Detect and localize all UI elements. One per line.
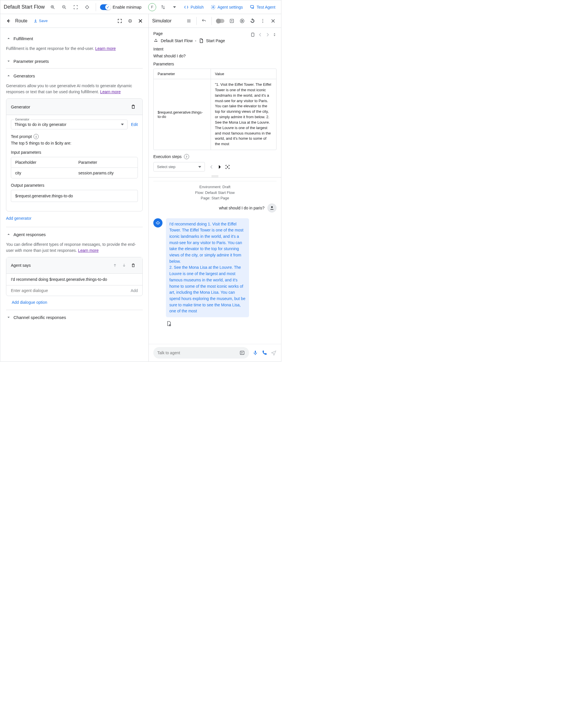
add-dialogue-option-link[interactable]: Add dialogue option: [6, 296, 143, 309]
resize-handle[interactable]: [149, 175, 281, 177]
channel-responses-toggle[interactable]: Channel specific responses: [6, 311, 143, 323]
save-button[interactable]: Save: [33, 19, 48, 23]
generators-toggle[interactable]: Generators: [6, 70, 143, 82]
next-page-icon[interactable]: [265, 32, 270, 37]
agent-settings-button[interactable]: Agent settings: [208, 3, 245, 11]
clipboard-icon[interactable]: [250, 32, 255, 37]
svg-rect-22: [252, 33, 254, 36]
breadcrumb-page[interactable]: Start Page: [206, 38, 225, 43]
collapse-section-icon[interactable]: [273, 32, 277, 37]
delete-response-icon[interactable]: [129, 261, 138, 270]
fullscreen-icon[interactable]: [115, 16, 125, 26]
divider: [96, 3, 96, 11]
back-icon[interactable]: [4, 16, 13, 26]
test-agent-button[interactable]: Test Agent: [248, 3, 278, 11]
move-up-icon[interactable]: [110, 261, 119, 270]
sim-params-table: Parameter $request.generative.things-to-…: [153, 69, 277, 150]
generator-edit-link[interactable]: Edit: [131, 122, 138, 127]
reset-icon[interactable]: [248, 16, 257, 26]
minimap-toggle[interactable]: ✓ Enable minimap: [100, 4, 141, 10]
svg-point-17: [263, 19, 264, 20]
text-prompt-value: The top 5 things to do in $city are:: [11, 141, 138, 146]
flow-icon: [153, 38, 159, 43]
breadcrumb-flow[interactable]: Default Start Flow: [161, 38, 193, 43]
parameter-header: Parameter: [75, 157, 138, 167]
agent-says-card: Agent says I'd recommend doing $request.…: [6, 257, 143, 296]
generator-select[interactable]: Generator Things to do in city generator: [11, 120, 128, 129]
svg-point-24: [271, 206, 273, 208]
phone-icon[interactable]: [261, 350, 267, 356]
generator-select-value: Things to do in city generator: [15, 122, 66, 127]
publish-button[interactable]: Publish: [182, 3, 206, 11]
agent-responses-toggle[interactable]: Agent responses: [6, 228, 143, 240]
channel-responses-title: Channel specific responses: [13, 315, 66, 320]
sim-intent-value: What should I do?: [153, 54, 277, 58]
agent-avatar-badge: F: [148, 3, 156, 11]
output-param-field[interactable]: $request.generative.things-to-do: [11, 190, 138, 202]
output-params-label: Output parameters: [11, 183, 138, 188]
chevron-down-icon: [121, 124, 124, 125]
submit-icon[interactable]: [239, 350, 245, 356]
svg-point-18: [263, 20, 264, 21]
original-response-icon[interactable]: i: [166, 321, 277, 327]
sim-toggle[interactable]: [216, 19, 224, 23]
prev-step-icon[interactable]: [209, 164, 214, 170]
agent-says-text[interactable]: I'd recommend doing $request.generative.…: [6, 274, 142, 285]
param-presets-title: Parameter presets: [13, 59, 49, 64]
generator-select-label: Generator: [14, 118, 31, 121]
play-icon[interactable]: [238, 16, 247, 26]
prev-page-icon[interactable]: [258, 32, 263, 37]
svg-point-19: [263, 22, 264, 23]
simulator-title: Simulator: [152, 18, 172, 24]
fit-screen-icon[interactable]: [71, 3, 80, 12]
undo-icon[interactable]: [199, 16, 209, 26]
fulfillment-learn-more-link[interactable]: Learn more: [95, 46, 116, 51]
placeholder-cell: city: [11, 168, 75, 178]
fulfillment-section-toggle[interactable]: Fulfillment: [6, 32, 143, 45]
minimap-label: Enable minimap: [113, 5, 141, 9]
agent-dialogue-input[interactable]: [11, 288, 131, 293]
chevron-down-icon: [198, 166, 201, 168]
collapse-icon[interactable]: [126, 16, 135, 26]
close-simulator-icon[interactable]: [269, 16, 278, 26]
svg-rect-28: [255, 351, 256, 353]
svg-point-23: [227, 166, 228, 167]
fulfillment-title: Fulfillment: [13, 36, 33, 41]
send-icon[interactable]: [271, 350, 277, 356]
svg-line-1: [53, 8, 54, 9]
check-icon: ✓: [106, 5, 110, 9]
mic-icon[interactable]: [252, 350, 258, 356]
add-text-button[interactable]: Add: [131, 288, 138, 293]
info-icon[interactable]: i: [33, 134, 39, 139]
divider: [212, 17, 212, 25]
agent-responses-title: Agent responses: [13, 232, 46, 237]
help-icon[interactable]: ?: [184, 154, 189, 159]
sort-icon[interactable]: [159, 3, 168, 12]
list-icon[interactable]: [184, 16, 193, 26]
sim-page-label: Page: [153, 31, 163, 36]
move-down-icon[interactable]: [119, 261, 129, 270]
route-title: Route: [15, 18, 28, 24]
zoom-out-icon[interactable]: [60, 3, 69, 12]
select-step-dropdown[interactable]: Select step: [153, 162, 205, 172]
add-generator-link[interactable]: Add generator: [6, 214, 31, 223]
focus-step-icon[interactable]: [225, 164, 230, 170]
agent-avatar-icon: [153, 218, 163, 228]
refresh-layout-icon[interactable]: [83, 3, 92, 12]
input-params-label: Input parameters: [11, 150, 138, 155]
param-value-cell: "1. Visit the Eiffel Tower. The Eiffel T…: [211, 79, 276, 150]
agent-responses-learn-link[interactable]: Learn more: [78, 248, 99, 253]
sim-intent-label: Intent: [153, 47, 277, 51]
dropdown-icon[interactable]: [170, 3, 179, 12]
close-icon[interactable]: [136, 16, 145, 26]
delete-generator-icon[interactable]: [129, 102, 138, 111]
zoom-in-icon[interactable]: [48, 3, 57, 12]
generators-learn-more-link[interactable]: Learn more: [100, 89, 121, 94]
next-step-icon[interactable]: [217, 164, 222, 170]
param-presets-toggle[interactable]: Parameter presets: [6, 55, 143, 67]
download-icon[interactable]: [227, 16, 237, 26]
more-icon[interactable]: [258, 16, 267, 26]
input-params-table: Placeholder Parameter city session.param…: [11, 157, 138, 178]
chat-input[interactable]: [157, 350, 239, 355]
breadcrumb: Default Start Flow - Start Page: [153, 38, 277, 43]
